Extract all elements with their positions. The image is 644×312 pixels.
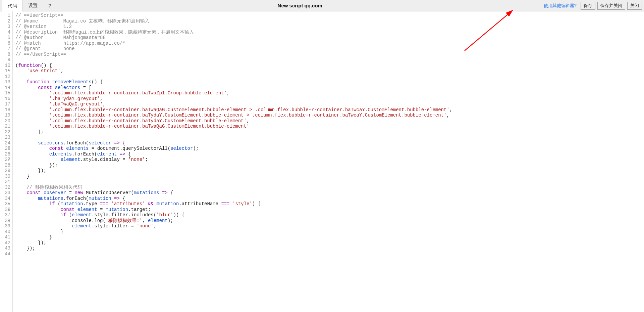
code-line[interactable]: // @author Mahjongmaster88: [15, 35, 644, 41]
code-line[interactable]: // @description 移除Magai.co上的模糊效果，隐藏特定元素，…: [15, 30, 644, 35]
code-line[interactable]: element.style.display = 'none';: [15, 157, 644, 163]
code-line[interactable]: const selectors = [: [15, 85, 644, 91]
line-number: 28: [0, 163, 10, 168]
line-number: 26 ▾: [0, 151, 10, 157]
code-line[interactable]: '.column.flex.bubble-r-container.baTydaY…: [15, 118, 644, 124]
code-line[interactable]: });: [15, 163, 644, 168]
code-line[interactable]: function removeElements() {: [15, 79, 644, 85]
use-other-editor-link[interactable]: 使用其他编辑器?: [544, 3, 577, 9]
code-line[interactable]: const element = mutation.target;: [15, 207, 644, 213]
line-number: 18: [0, 107, 10, 113]
code-line[interactable]: '.baTwaQaG.greyout',: [15, 101, 644, 107]
code-line[interactable]: '.baTydaY.greyout',: [15, 96, 644, 102]
editor-tabs: 代码 设置 ?: [2, 0, 56, 11]
code-line[interactable]: [15, 135, 644, 140]
code-line[interactable]: '.column.flex.bubble-r-container.baTwaQa…: [15, 124, 644, 129]
code-line[interactable]: (function() {: [15, 63, 644, 69]
line-number: 6: [0, 41, 10, 46]
line-number: 21: [0, 124, 10, 129]
line-number: 32: [0, 185, 10, 190]
line-number: 10 ▾: [0, 63, 10, 69]
code-area[interactable]: // ==UserScript==// @name Magai.co 去模糊、移…: [13, 11, 644, 312]
save-button[interactable]: 保存: [581, 2, 595, 10]
script-title: New script qq.com: [56, 3, 544, 8]
line-number: 40: [0, 229, 10, 235]
line-number: 17: [0, 101, 10, 107]
code-line[interactable]: // @version 1.2: [15, 24, 644, 30]
line-number: 38: [0, 218, 10, 224]
code-line[interactable]: // 移除模糊效果相关代码: [15, 185, 644, 190]
code-line[interactable]: '.column.flex.bubble-r-container.baTwaZp…: [15, 90, 644, 96]
line-number: 4: [0, 30, 10, 35]
line-number: 27: [0, 157, 10, 163]
line-number: 8: [0, 52, 10, 57]
code-line[interactable]: selectors.forEach(selector => {: [15, 140, 644, 146]
line-number: 16: [0, 96, 10, 102]
line-number: 19: [0, 113, 10, 118]
code-line[interactable]: }: [15, 229, 644, 235]
code-line[interactable]: element.style.filter = 'none';: [15, 223, 644, 229]
line-number: 23: [0, 135, 10, 140]
line-number: 3: [0, 24, 10, 30]
code-line[interactable]: }: [15, 174, 644, 179]
line-number-gutter: 12345678910 ▾111213 ▾14 ▾151617181920212…: [0, 11, 13, 312]
tab-settings[interactable]: 设置: [23, 0, 43, 11]
line-number: 35 ▾: [0, 201, 10, 207]
line-number: 2: [0, 18, 10, 24]
close-button[interactable]: 关闭: [627, 2, 642, 10]
line-number: 39: [0, 223, 10, 229]
code-line[interactable]: if (mutation.type === 'attributes' && mu…: [15, 201, 644, 207]
line-number: 34 ▾: [0, 196, 10, 202]
code-line[interactable]: }: [15, 234, 644, 240]
code-line[interactable]: [15, 74, 644, 80]
line-number: 15: [0, 90, 10, 96]
code-editor[interactable]: 12345678910 ▾111213 ▾14 ▾151617181920212…: [0, 11, 644, 312]
code-line[interactable]: // @name Magai.co 去模糊、移除元素和启用输入: [15, 18, 644, 24]
code-line[interactable]: // ==UserScript==: [15, 13, 644, 18]
code-line[interactable]: });: [15, 246, 644, 251]
code-line[interactable]: });: [15, 240, 644, 246]
line-number: 31: [0, 179, 10, 185]
line-number: 22: [0, 129, 10, 135]
code-line[interactable]: ];: [15, 129, 644, 135]
line-number: 25: [0, 146, 10, 151]
line-number: 12: [0, 74, 10, 80]
code-line[interactable]: const observer = new MutationObserver(mu…: [15, 190, 644, 196]
code-line[interactable]: // @match https://app.magai.co/*: [15, 41, 644, 46]
line-number: 9: [0, 57, 10, 63]
code-line[interactable]: '.column.flex.bubble-r-container.baTydaY…: [15, 113, 644, 118]
line-number: 5: [0, 35, 10, 41]
code-line[interactable]: console.log('移除模糊效果:', element);: [15, 218, 644, 224]
line-number: 41: [0, 234, 10, 240]
code-line[interactable]: if (element.style.filter.includes('blur'…: [15, 212, 644, 218]
code-line[interactable]: [15, 251, 644, 257]
code-line[interactable]: [15, 179, 644, 185]
line-number: 36: [0, 207, 10, 213]
code-line[interactable]: elements.forEach(element => {: [15, 151, 644, 157]
tab-help[interactable]: ?: [43, 0, 56, 11]
line-number: 43: [0, 246, 10, 251]
code-line[interactable]: const elements = document.querySelectorA…: [15, 146, 644, 151]
line-number: 33 ▾: [0, 190, 10, 196]
line-number: 1: [0, 13, 10, 18]
code-line[interactable]: // ==/UserScript==: [15, 52, 644, 57]
line-number: 37 ▾: [0, 212, 10, 218]
line-number: 7: [0, 46, 10, 52]
line-number: 14 ▾: [0, 85, 10, 91]
code-line[interactable]: '.column.flex.bubble-r-container.baTwaQa…: [15, 107, 644, 113]
line-number: 42: [0, 240, 10, 246]
tab-code[interactable]: 代码: [2, 0, 23, 11]
toolbar-actions: 使用其他编辑器? 保存 保存并关闭 关闭: [544, 2, 642, 10]
editor-toolbar: 代码 设置 ? New script qq.com 使用其他编辑器? 保存 保存…: [0, 0, 644, 11]
code-line[interactable]: // @grant none: [15, 46, 644, 52]
line-number: 30: [0, 174, 10, 179]
code-line[interactable]: 'use strict';: [15, 68, 644, 74]
save-close-button[interactable]: 保存并关闭: [597, 2, 625, 10]
line-number: 24 ▾: [0, 140, 10, 146]
code-line[interactable]: [15, 57, 644, 63]
line-number: 29: [0, 168, 10, 174]
line-number: 44: [0, 251, 10, 257]
line-number: 13 ▾: [0, 79, 10, 85]
code-line[interactable]: });: [15, 168, 644, 174]
code-line[interactable]: mutations.forEach(mutation => {: [15, 196, 644, 202]
